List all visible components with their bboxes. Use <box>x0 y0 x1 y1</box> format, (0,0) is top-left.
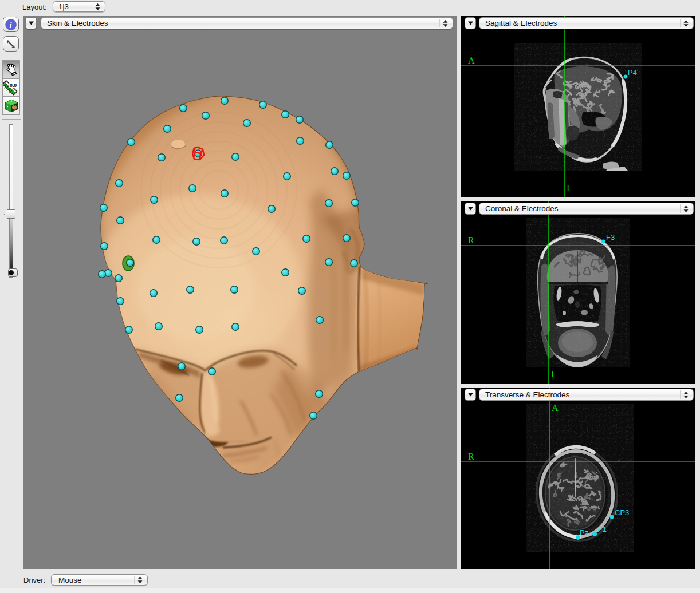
svg-text:Pz: Pz <box>580 528 588 537</box>
svg-text:I: I <box>551 369 554 379</box>
svg-text:R: R <box>468 235 474 245</box>
svg-text:P1: P1 <box>597 525 607 533</box>
svg-text:CP3: CP3 <box>615 508 629 517</box>
svg-text:I: I <box>567 183 569 193</box>
svg-text:0.0: 0.0 <box>10 82 17 88</box>
svg-text:A: A <box>468 56 475 65</box>
svg-text:F3: F3 <box>606 233 615 242</box>
svg-text:R: R <box>468 452 474 461</box>
svg-text:A: A <box>552 403 559 413</box>
svg-text:P4: P4 <box>628 68 637 77</box>
